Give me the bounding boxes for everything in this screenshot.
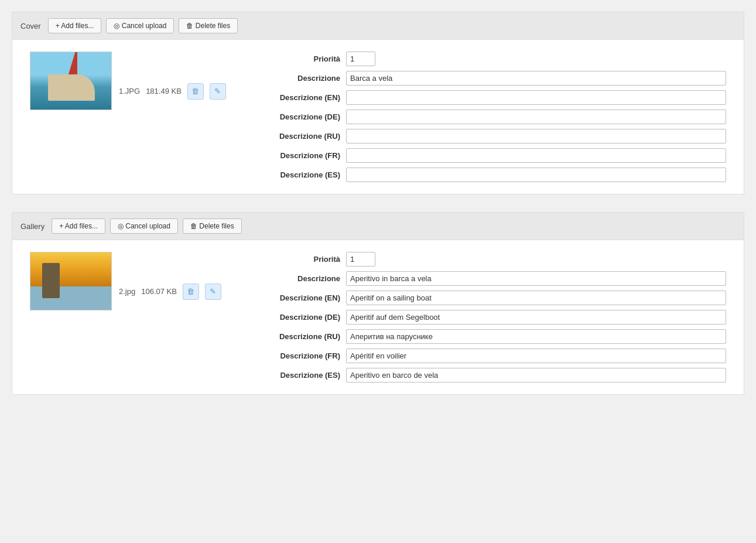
cover-descrizione-input[interactable] — [346, 71, 726, 86]
gallery-descrizione-ru-label: Descrizione (RU) — [264, 332, 340, 341]
gallery-file-info: 2.jpg 106.07 KB 🗑 ✎ — [119, 263, 221, 300]
cover-thumbnail — [30, 52, 112, 110]
cover-descrizione-row: Descrizione — [264, 71, 726, 86]
cover-descrizione-en-input[interactable] — [346, 90, 726, 105]
cover-descrizione-es-row: Descrizione (ES) — [264, 168, 726, 182]
cover-label: Cover — [20, 22, 41, 30]
gallery-descrizione-en-input[interactable] — [346, 291, 726, 305]
gallery-file-left: 2.jpg 106.07 KB 🗑 ✎ — [30, 252, 252, 310]
gallery-edit-button[interactable]: ✎ — [205, 284, 221, 300]
gallery-descrizione-fr-input[interactable] — [346, 349, 726, 363]
cover-add-files-button[interactable]: + Add files... — [48, 18, 102, 33]
gallery-descrizione-fr-row: Descrizione (FR) — [264, 349, 726, 363]
gallery-delete-files-button[interactable]: 🗑 Delete files — [183, 218, 242, 234]
gallery-descrizione-en-label: Descrizione (EN) — [264, 293, 340, 302]
cover-descrizione-fr-row: Descrizione (FR) — [264, 148, 726, 163]
gallery-priorita-row: Priorità — [264, 252, 726, 267]
cover-priorita-input[interactable] — [346, 52, 375, 66]
cover-file-name: 1.JPG — [119, 87, 140, 95]
cover-section: Cover + Add files... ◎ Cancel upload 🗑 D… — [12, 12, 744, 194]
gallery-delete-button[interactable]: 🗑 — [183, 284, 199, 300]
cover-descrizione-fr-label: Descrizione (FR) — [264, 151, 340, 160]
cover-form: Priorità Descrizione Descrizione (EN) De… — [264, 52, 726, 182]
gallery-descrizione-es-input[interactable] — [346, 368, 726, 383]
cover-descrizione-en-row: Descrizione (EN) — [264, 90, 726, 105]
cover-descrizione-es-input[interactable] — [346, 168, 726, 182]
gallery-add-files-button[interactable]: + Add files... — [52, 218, 105, 234]
gallery-thumbnail — [30, 252, 112, 310]
gallery-descrizione-en-row: Descrizione (EN) — [264, 291, 726, 305]
gallery-descrizione-es-row: Descrizione (ES) — [264, 368, 726, 383]
gallery-file-size: 106.07 KB — [141, 287, 177, 296]
gallery-toolbar: Gallery + Add files... ◎ Cancel upload 🗑… — [12, 213, 744, 240]
cover-file-row: 1.JPG 181.49 KB 🗑 ✎ Priorità Descrizione… — [30, 52, 726, 182]
cover-priorita-row: Priorità — [264, 52, 726, 66]
gallery-descrizione-de-input[interactable] — [346, 310, 726, 325]
cover-descrizione-de-row: Descrizione (DE) — [264, 110, 726, 124]
gallery-cancel-upload-button[interactable]: ◎ Cancel upload — [110, 218, 178, 234]
gallery-descrizione-de-label: Descrizione (DE) — [264, 313, 340, 322]
cover-delete-files-button[interactable]: 🗑 Delete files — [179, 18, 238, 33]
cover-descrizione-de-input[interactable] — [346, 110, 726, 124]
gallery-descrizione-de-row: Descrizione (DE) — [264, 310, 726, 325]
gallery-label: Gallery — [20, 222, 45, 231]
gallery-form: Priorità Descrizione Descrizione (EN) De… — [264, 252, 726, 383]
cover-descrizione-label: Descrizione — [264, 74, 340, 83]
cover-descrizione-en-label: Descrizione (EN) — [264, 93, 340, 102]
gallery-priorita-input[interactable] — [346, 252, 375, 267]
gallery-file-row: 2.jpg 106.07 KB 🗑 ✎ Priorità Descrizione… — [30, 252, 726, 383]
gallery-file-name: 2.jpg — [119, 287, 135, 296]
cover-descrizione-es-label: Descrizione (ES) — [264, 170, 340, 179]
cover-priorita-label: Priorità — [264, 54, 340, 63]
cover-edit-button[interactable]: ✎ — [210, 83, 226, 100]
cover-file-size: 181.49 KB — [146, 87, 182, 95]
gallery-descrizione-ru-input[interactable] — [346, 329, 726, 344]
gallery-priorita-label: Priorità — [264, 255, 340, 264]
cover-descrizione-de-label: Descrizione (DE) — [264, 112, 340, 121]
cover-delete-button[interactable]: 🗑 — [187, 83, 204, 100]
cover-descrizione-fr-input[interactable] — [346, 148, 726, 163]
cover-descrizione-ru-label: Descrizione (RU) — [264, 132, 340, 141]
cover-file-left: 1.JPG 181.49 KB 🗑 ✎ — [30, 52, 252, 110]
gallery-descrizione-label: Descrizione — [264, 274, 340, 283]
cover-toolbar: Cover + Add files... ◎ Cancel upload 🗑 D… — [12, 12, 744, 40]
cover-cancel-upload-button[interactable]: ◎ Cancel upload — [106, 18, 174, 33]
cover-file-info: 1.JPG 181.49 KB 🗑 ✎ — [119, 63, 226, 100]
cover-descrizione-ru-row: Descrizione (RU) — [264, 129, 726, 144]
gallery-descrizione-row: Descrizione — [264, 271, 726, 286]
gallery-descrizione-es-label: Descrizione (ES) — [264, 371, 340, 380]
cover-descrizione-ru-input[interactable] — [346, 129, 726, 144]
cover-content: 1.JPG 181.49 KB 🗑 ✎ Priorità Descrizione… — [12, 40, 744, 194]
gallery-section: Gallery + Add files... ◎ Cancel upload 🗑… — [12, 212, 744, 395]
gallery-content: 2.jpg 106.07 KB 🗑 ✎ Priorità Descrizione… — [12, 240, 744, 394]
gallery-descrizione-input[interactable] — [346, 271, 726, 286]
gallery-descrizione-ru-row: Descrizione (RU) — [264, 329, 726, 344]
gallery-descrizione-fr-label: Descrizione (FR) — [264, 351, 340, 360]
